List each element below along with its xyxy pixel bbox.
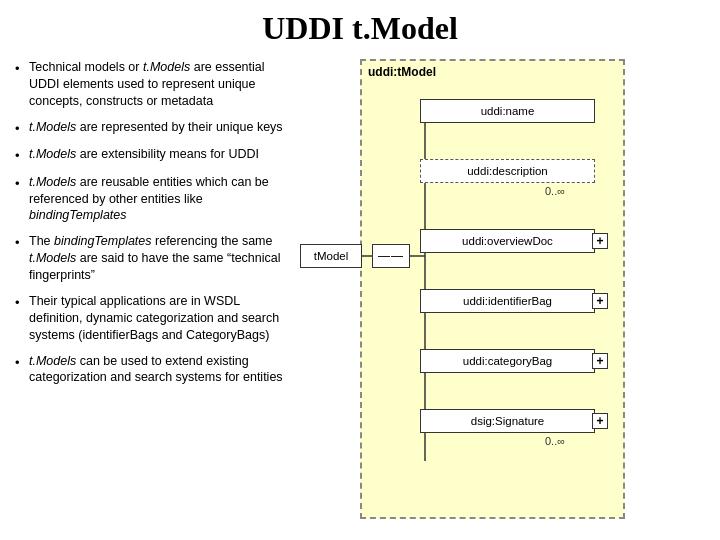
text-part: bindingTemplates <box>54 234 152 248</box>
plus-icon-overviewDoc[interactable]: + <box>592 233 608 249</box>
plus-icon-categoryBag[interactable]: + <box>592 353 608 369</box>
right-panel: uddi:tModel <box>295 59 705 530</box>
outer-label: uddi:tModel <box>368 65 436 79</box>
bullet-text: t.Models are extensibility means for UDD… <box>29 146 285 163</box>
text-part: t.Models <box>29 120 76 134</box>
connector-symbol: —— <box>378 249 404 263</box>
elem-label-categoryBag: uddi:categoryBag <box>463 355 553 367</box>
elem-label-overviewDoc: uddi:overviewDoc <box>462 235 553 247</box>
elem-box-identifierBag: uddi:identifierBag+ <box>420 289 595 313</box>
bullet-item-4: •t.Models are reusable entities which ca… <box>15 174 285 225</box>
elem-box-overviewDoc: uddi:overviewDoc+ <box>420 229 595 253</box>
bullet-text: t.Models are reusable entities which can… <box>29 174 285 225</box>
elem-box-signature: dsig:Signature+ <box>420 409 595 433</box>
elem-label-identifierBag: uddi:identifierBag <box>463 295 552 307</box>
text-part: t.Models <box>29 251 76 265</box>
bullet-item-6: •Their typical applications are in WSDL … <box>15 293 285 344</box>
text-part: t.Models <box>29 175 76 189</box>
bullet-item-2: •t.Models are represented by their uniqu… <box>15 119 285 138</box>
bullet-item-7: •t.Models can be used to extend existing… <box>15 353 285 387</box>
text-part: t.Models <box>29 354 76 368</box>
connector-box: —— <box>372 244 410 268</box>
elem-box-name: uddi:name <box>420 99 595 123</box>
bullet-item-5: •The bindingTemplates referencing the sa… <box>15 233 285 284</box>
bullet-text: t.Models are represented by their unique… <box>29 119 285 136</box>
bullet-item-3: •t.Models are extensibility means for UD… <box>15 146 285 165</box>
plus-icon-identifierBag[interactable]: + <box>592 293 608 309</box>
bullet-dot: • <box>15 354 29 372</box>
text-part: t.Models <box>29 147 76 161</box>
page-title: UDDI t.Model <box>15 10 705 47</box>
plus-icon-signature[interactable]: + <box>592 413 608 429</box>
bullet-dot: • <box>15 175 29 193</box>
content-area: •Technical models or t.Models are essent… <box>15 59 705 530</box>
elem-label-signature: dsig:Signature <box>471 415 545 427</box>
bullet-item-1: •Technical models or t.Models are essent… <box>15 59 285 110</box>
page: UDDI t.Model •Technical models or t.Mode… <box>0 0 720 540</box>
left-panel: •Technical models or t.Models are essent… <box>15 59 285 530</box>
text-part: are extensibility means for UDDI <box>76 147 259 161</box>
mult-label-description: 0..∞ <box>545 185 565 197</box>
bullet-dot: • <box>15 120 29 138</box>
text-part: Technical models or <box>29 60 143 74</box>
diagram: uddi:tModel <box>300 59 640 519</box>
elem-label-name: uddi:name <box>481 105 535 117</box>
text-part: Their typical applications are in WSDL d… <box>29 294 279 342</box>
text-part: are represented by their unique keys <box>76 120 282 134</box>
text-part: bindingTemplates <box>29 208 127 222</box>
bullet-dot: • <box>15 60 29 78</box>
bullet-text: Technical models or t.Models are essenti… <box>29 59 285 110</box>
bullet-dot: • <box>15 147 29 165</box>
text-part: referencing the same <box>152 234 273 248</box>
bullet-text: Their typical applications are in WSDL d… <box>29 293 285 344</box>
mult-label-signature: 0..∞ <box>545 435 565 447</box>
elem-label-description: uddi:description <box>467 165 548 177</box>
bullet-dot: • <box>15 234 29 252</box>
text-part: The <box>29 234 54 248</box>
bullet-text: The bindingTemplates referencing the sam… <box>29 233 285 284</box>
elem-box-categoryBag: uddi:categoryBag+ <box>420 349 595 373</box>
bullet-dot: • <box>15 294 29 312</box>
tmodel-label-box: tModel <box>300 244 362 268</box>
text-part: t.Models <box>143 60 190 74</box>
bullet-text: t.Models can be used to extend existing … <box>29 353 285 387</box>
elem-box-description: uddi:description <box>420 159 595 183</box>
